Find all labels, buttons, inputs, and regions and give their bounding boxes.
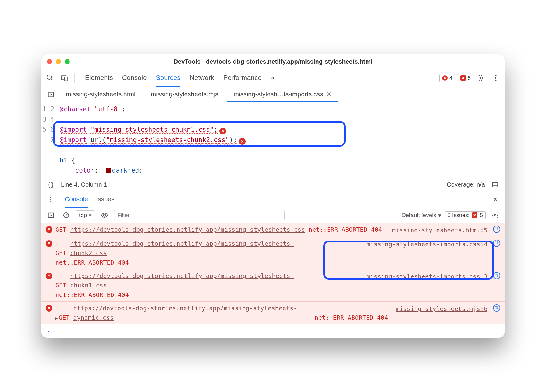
console-prompt[interactable]: › [41,324,505,338]
svg-point-3 [481,77,483,79]
context-selector[interactable]: top▾ [76,210,95,220]
svg-rect-14 [48,213,54,218]
svg-rect-2 [65,77,67,81]
annotation-highlight [53,121,346,147]
inspect-element-icon[interactable] [44,72,56,84]
issues-button[interactable]: 5 Issues: ✕5 [445,211,486,219]
device-toolbar-icon[interactable] [58,72,70,84]
main-toolbar: Elements Console Sources Network Perform… [41,69,505,87]
filter-input[interactable] [114,210,285,220]
tab-performance[interactable]: Performance [223,69,262,87]
svg-rect-7 [48,92,54,97]
svg-line-17 [65,214,68,217]
color-swatch[interactable] [106,168,111,173]
window-title: DevTools - devtools-dbg-stories.netlify.… [41,58,505,65]
tab-sources[interactable]: Sources [156,69,180,87]
svg-point-13 [50,201,51,202]
clear-console-icon[interactable] [60,209,72,221]
annotation-highlight [323,241,494,280]
refresh-icon[interactable]: ⇅ [493,272,500,279]
refresh-icon[interactable]: ⇅ [493,304,500,312]
drawer-tabs: Console Issues ✕ [41,191,505,208]
error-icon: ✕ [46,305,52,312]
request-url[interactable]: https://devtools-dbg-stories.netlify.app… [70,271,308,290]
close-tab-icon[interactable]: ✕ [326,91,332,98]
tab-elements[interactable]: Elements [85,69,113,87]
source-link[interactable]: missing-stylesheets.html:5 [392,225,490,235]
file-tab-html[interactable]: missing-stylesheets.html [60,87,142,102]
console-error-row[interactable]: ✕ ▶GET https://devtools-dbg-stories.netl… [41,301,505,324]
coverage-status: Coverage: n/a [447,181,485,188]
issue-square-icon: ✕ [472,212,477,218]
console-toolbar: top▾ Default levels▾ 5 Issues: ✕5 [41,208,505,223]
divider [74,73,75,83]
error-icon: ✕ [46,273,52,279]
svg-point-5 [495,77,497,79]
file-tab-mjs[interactable]: missing-stylesheets.mjs [145,87,225,102]
error-circle-icon: ✕ [442,75,448,81]
tab-network[interactable]: Network [190,69,214,87]
svg-point-19 [494,214,496,216]
tab-more[interactable]: » [271,69,275,87]
minimize-window-icon[interactable] [56,59,61,64]
source-link[interactable]: missing-stylesheets.mjs:6 [396,304,490,314]
drawer-tab-console[interactable]: Console [65,191,88,208]
error-count-badge[interactable]: ✕4 [439,74,455,82]
maximize-window-icon[interactable] [65,59,70,64]
panel-tabs: Elements Console Sources Network Perform… [85,69,275,87]
console-messages: ✕ GET https://devtools-dbg-stories.netli… [41,223,505,324]
window-controls [47,59,70,64]
error-icon: ✕ [46,240,52,247]
request-url[interactable]: https://devtools-dbg-stories.netlify.app… [70,239,308,258]
drawer-tab-issues[interactable]: Issues [96,191,115,208]
svg-point-6 [495,80,497,82]
file-tab-css[interactable]: missing-stylesh…ts-imports.css ✕ [227,87,337,102]
pretty-print-icon[interactable]: {} [45,179,57,191]
svg-point-11 [50,197,51,198]
settings-icon[interactable] [476,72,488,84]
request-url[interactable]: https://devtools-dbg-stories.netlify.app… [73,304,311,323]
svg-point-4 [495,75,497,76]
file-tabs: missing-stylesheets.html missing-stylesh… [41,87,505,102]
log-levels-selector[interactable]: Default levels▾ [402,212,441,219]
panel-toggle-icon[interactable] [489,179,501,191]
refresh-icon[interactable]: ⇅ [493,240,500,247]
kebab-menu-icon[interactable] [490,72,502,84]
console-sidebar-icon[interactable] [45,209,57,221]
issue-count-badge[interactable]: ✕5 [458,74,473,82]
refresh-icon[interactable]: ⇅ [493,226,500,233]
code-editor[interactable]: 1 2 3 4 5 6 7 @charset "utf-8"; @import … [41,102,505,178]
svg-point-12 [50,199,51,200]
show-navigator-icon[interactable] [45,89,57,100]
console-settings-icon[interactable] [489,209,501,221]
devtools-window: DevTools - devtools-dbg-stories.netlify.… [41,54,505,338]
drawer-kebab-icon[interactable] [45,194,57,205]
console-error-row[interactable]: ✕ GET https://devtools-dbg-stories.netli… [41,223,505,237]
live-expression-icon[interactable] [99,209,110,221]
error-icon: ✕ [46,226,52,233]
request-url[interactable]: https://devtools-dbg-stories.netlify.app… [70,225,305,234]
svg-rect-9 [493,182,498,187]
expand-icon[interactable]: ▶ [55,316,58,321]
issue-square-icon: ✕ [460,75,466,81]
close-drawer-icon[interactable]: ✕ [489,194,501,205]
tab-console[interactable]: Console [122,69,147,87]
close-window-icon[interactable] [47,59,52,64]
svg-point-18 [104,214,106,216]
titlebar: DevTools - devtools-dbg-stories.netlify.… [41,54,505,69]
editor-statusbar: {} Line 4, Column 1 Coverage: n/a [41,178,505,191]
cursor-position: Line 4, Column 1 [61,181,107,188]
